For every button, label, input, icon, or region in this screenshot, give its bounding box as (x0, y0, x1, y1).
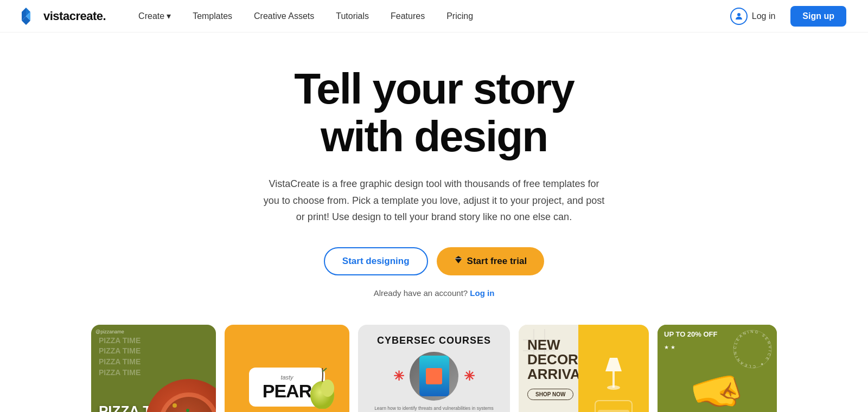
cyber-content: ✳ ✳ (380, 352, 488, 401)
start-designing-button[interactable]: Start designing (324, 247, 428, 275)
hero-buttons: Start designing Start free trial (324, 247, 544, 275)
cards-container: PIZZA TIMEPIZZA TIMEPIZZA TIMEPIZZA TIME… (0, 325, 868, 412)
cyber-figure (419, 356, 449, 396)
cleaning-stars: ★ ★ (664, 344, 675, 350)
nav-item-templates[interactable]: Templates (193, 11, 232, 21)
svg-marker-8 (605, 358, 622, 371)
svg-rect-9 (612, 371, 615, 388)
hero-login-link[interactable]: Log in (470, 288, 494, 298)
design-card-pizza: PIZZA TIMEPIZZA TIMEPIZZA TIMEPIZZA TIME… (91, 325, 216, 412)
logo-text: vistacreate. (43, 9, 106, 23)
cyber-title: CYBERSEC COURSES (377, 335, 491, 346)
cyber-box (426, 368, 442, 384)
design-card-pear: tasty PEAR (225, 325, 349, 412)
diamond-icon (454, 255, 463, 267)
design-card-cybersec: CYBERSEC COURSES ✳ ✳ Learn how to identi… (358, 325, 510, 412)
cyber-asterisk-left: ✳ (393, 369, 404, 384)
design-card-decor: NEW DECOR ARRIVAL SHOP NOW (519, 325, 649, 412)
cleaning-inner: UP TO 20% OFF ★ ★ CLEANING SERVICE ✦ CLE… (658, 325, 777, 412)
decor-inner: NEW DECOR ARRIVAL SHOP NOW (519, 325, 649, 412)
nav-item-creative-assets[interactable]: Creative Assets (254, 11, 314, 21)
nav-item-create[interactable]: Create ▾ (138, 11, 171, 21)
decor-image-area (578, 325, 649, 412)
pizza-repeat-text: PIZZA TIMEPIZZA TIMEPIZZA TIMEPIZZA TIME (99, 336, 141, 378)
nav-links: Create ▾ Templates Creative Assets Tutor… (138, 11, 724, 21)
free-trial-button[interactable]: Start free trial (437, 247, 545, 275)
navbar: vistacreate. Create ▾ Templates Creative… (0, 0, 868, 33)
pizza-image (159, 392, 216, 412)
decor-shop-btn: SHOP NOW (527, 389, 573, 400)
hero-account-text: Already have an account? Log in (374, 288, 495, 298)
signup-button[interactable]: Sign up (790, 6, 846, 27)
hero-subtitle: VistaCreate is a free graphic design too… (260, 176, 608, 226)
pizza-text-overlay: PIZZA TIMEPIZZA TIMEPIZZA TIMEPIZZA TIME (99, 336, 141, 378)
cleaning-percent: UP TO 20% OFF (664, 330, 718, 338)
design-card-cleaning: UP TO 20% OFF ★ ★ CLEANING SERVICE ✦ CLE… (658, 325, 777, 412)
nav-item-tutorials[interactable]: Tutorials (336, 11, 369, 21)
logo[interactable]: vistacreate. (22, 8, 106, 25)
cards-section: PIZZA TIMEPIZZA TIMEPIZZA TIMEPIZZA TIME… (0, 314, 868, 412)
chevron-down-icon: ▾ (167, 11, 171, 21)
cyber-circle (410, 352, 458, 401)
svg-point-7 (321, 379, 334, 397)
pizza-circle (145, 379, 216, 412)
svg-point-10 (607, 385, 620, 390)
nav-item-features[interactable]: Features (391, 11, 425, 21)
nav-right: Log in Sign up (724, 3, 846, 29)
hero-section: Tell your story with design VistaCreate … (0, 33, 868, 314)
cyber-subtext: Learn how to identify threats and vulner… (374, 405, 494, 412)
decor-sofa (595, 400, 633, 412)
user-icon (730, 8, 748, 25)
nav-item-pricing[interactable]: Pricing (446, 11, 473, 21)
svg-point-4 (737, 13, 741, 16)
pear-fruits (306, 365, 339, 409)
cyber-asterisk-right: ✳ (464, 369, 475, 384)
hero-title: Tell your story with design (294, 65, 573, 160)
login-button[interactable]: Log in (724, 3, 782, 29)
pizza-handle: @pizzaname (95, 329, 124, 334)
